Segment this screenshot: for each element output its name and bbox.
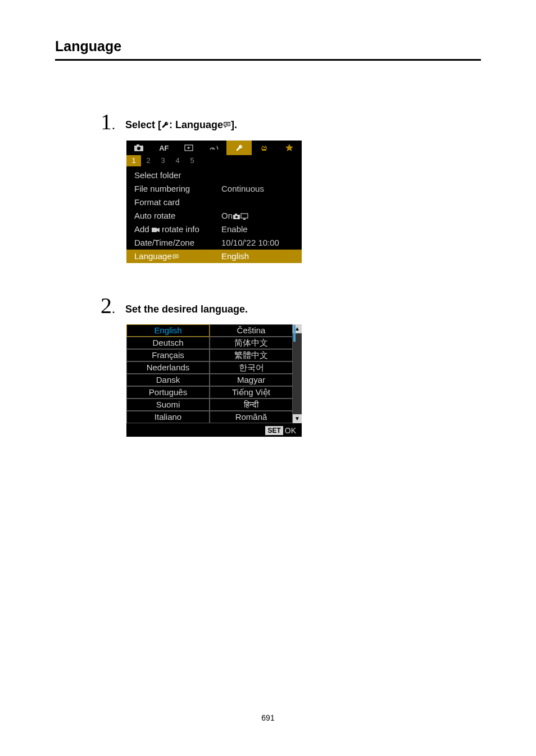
lang-deutsch[interactable]: Deutsch [126,337,210,349]
camera-menu-screenshot-1: AF 1 2 3 4 5 Select folder File numberin… [126,141,302,263]
favorites-tab-icon[interactable] [276,141,302,155]
lang-hindi[interactable]: हिन्दी [210,399,293,411]
menu-date-time-zone[interactable]: Date/Time/Zone 10/10/'22 10:00 [126,236,302,250]
page-number: 691 [0,713,536,722]
menu-language[interactable]: Language English [126,250,302,263]
scrollbar[interactable]: ▲ ▼ [293,324,302,423]
lang-francais[interactable]: Français [126,349,210,361]
scroll-down-icon[interactable]: ▼ [293,414,302,423]
svg-rect-6 [235,214,237,215]
camera-tab-icon[interactable] [126,141,152,155]
lang-english[interactable]: English [126,324,210,337]
movie-small-icon [152,227,160,233]
lang-suomi[interactable]: Suomi [126,399,210,411]
menu-add-rotate-info[interactable]: Add rotate info Enable [126,223,302,236]
lang-italiano[interactable]: Italiano [126,411,210,423]
step-1-header: 1. Select [: Language]. [93,108,536,135]
step-2-header: 2. Set the desired language. [93,292,536,319]
menu-list: Select folder File numbering Continuous … [126,166,302,263]
speech-bubble-icon [223,120,231,132]
svg-point-7 [235,216,238,218]
custom-tab-icon[interactable] [252,141,277,155]
lang-tieng-viet[interactable]: Tiếng Việt [210,386,293,399]
svg-rect-10 [152,228,157,232]
svg-rect-1 [137,144,139,146]
svg-rect-4 [262,149,266,151]
page-tab-5[interactable]: 5 [185,155,199,166]
content: 1. Select [: Language]. AF 1 2 3 4 5 Sel… [0,61,536,437]
language-footer: SET OK [126,423,302,437]
page-tabs: 1 2 3 4 5 [126,155,302,166]
lang-cestina[interactable]: Čeština [210,324,293,337]
menu-select-folder[interactable]: Select folder [126,169,302,182]
lang-portugues[interactable]: Português [126,386,210,399]
step-number-1: 1. [93,108,115,135]
page-tab-2[interactable]: 2 [141,155,156,166]
top-tabs: AF [126,141,302,155]
lang-chinese-traditional[interactable]: 繁體中文 [210,349,293,361]
ok-label: OK [285,426,296,435]
language-menu-label: Language [134,251,221,262]
speech-bubble-small-icon [172,253,179,260]
setup-tab-icon[interactable] [226,141,252,155]
lang-nederlands[interactable]: Nederlands [126,361,210,374]
lang-magyar[interactable]: Magyar [210,374,293,386]
page-tab-4[interactable]: 4 [170,155,185,166]
svg-rect-8 [241,214,248,218]
set-label: SET [265,426,283,435]
language-column-1: English Deutsch Français Nederlands Dans… [126,324,210,423]
af-tab-icon[interactable]: AF [152,141,177,155]
scroll-thumb[interactable] [293,325,296,342]
language-table: English Deutsch Français Nederlands Dans… [126,324,302,423]
step-2-label: Set the desired language. [125,304,248,319]
camera-small-icon [233,213,240,220]
menu-format-card[interactable]: Format card [126,196,302,209]
playback-tab-icon[interactable] [176,141,202,155]
svg-rect-9 [243,219,246,220]
monitor-small-icon [240,213,248,220]
lang-romana[interactable]: Română [210,411,293,423]
language-column-2: Čeština 简体中文 繁體中文 한국어 Magyar Tiếng Việt … [210,324,293,423]
wireless-tab-icon[interactable] [202,141,227,155]
svg-point-2 [137,147,140,150]
page-tab-1[interactable]: 1 [126,155,141,166]
auto-rotate-value: On [221,210,248,221]
page-tab-3[interactable]: 3 [156,155,170,166]
camera-menu-screenshot-2: English Deutsch Français Nederlands Dans… [126,324,302,437]
menu-file-numbering[interactable]: File numbering Continuous [126,182,302,196]
lang-chinese-simplified[interactable]: 简体中文 [210,337,293,349]
page-title: Language [0,0,536,59]
step-1-label: Select [: Language]. [125,119,237,135]
wrench-icon [161,120,169,132]
lang-korean[interactable]: 한국어 [210,361,293,374]
set-ok-button[interactable]: SET OK [265,426,296,435]
step-number-2: 2. [93,292,115,319]
menu-auto-rotate[interactable]: Auto rotate On [126,209,302,223]
add-rotate-info-label: Add rotate info [134,224,221,235]
lang-dansk[interactable]: Dansk [126,374,210,386]
